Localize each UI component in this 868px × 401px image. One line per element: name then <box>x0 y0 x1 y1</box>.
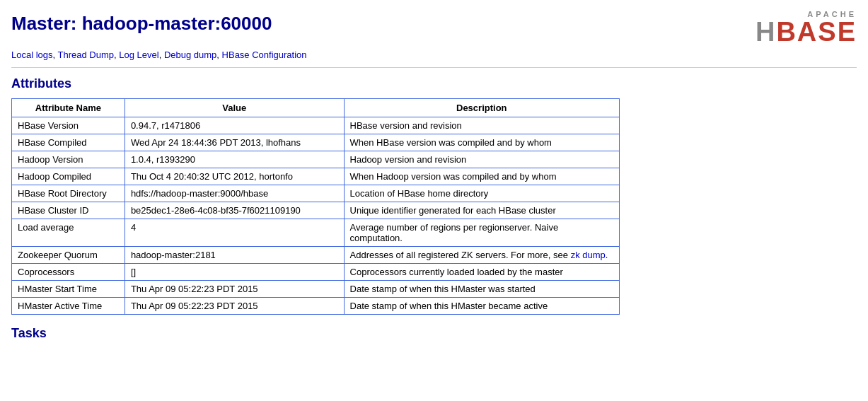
attr-description-cell: Average number of regions per regionserv… <box>344 219 619 247</box>
attr-description-cell: Date stamp of when this HMaster became a… <box>344 298 619 315</box>
attr-name-cell: Coprocessors <box>12 264 125 281</box>
table-row: Hadoop CompiledThu Oct 4 20:40:32 UTC 20… <box>12 168 620 185</box>
attr-description-cell: Location of HBase home directory <box>344 185 619 202</box>
attr-value-cell: Wed Apr 24 18:44:36 PDT 2013, lhofhans <box>125 134 344 151</box>
attr-name-cell: HBase Root Directory <box>12 185 125 202</box>
col-header-value: Value <box>125 99 344 117</box>
table-row: HBase Version0.94.7, r1471806HBase versi… <box>12 117 620 134</box>
attr-description-cell: Date stamp of when this HMaster was star… <box>344 281 619 298</box>
col-header-description: Description <box>344 99 619 117</box>
attr-name-cell: Zookeeper Quorum <box>12 247 125 264</box>
table-row: HBase Cluster IDbe25dec1-28e6-4c08-bf35-… <box>12 202 620 219</box>
attr-value-cell: hdfs://hadoop-master:9000/hbase <box>125 185 344 202</box>
header: Master: hadoop-master:60000 APACHE HBASE <box>11 7 857 45</box>
attr-name-cell: HBase Cluster ID <box>12 202 125 219</box>
attr-value-cell: be25dec1-28e6-4c08-bf35-7f6021109190 <box>125 202 344 219</box>
table-row: HBase Root Directoryhdfs://hadoop-master… <box>12 185 620 202</box>
table-row: Coprocessors[]Coprocessors currently loa… <box>12 264 620 281</box>
table-row: HBase CompiledWed Apr 24 18:44:36 PDT 20… <box>12 134 620 151</box>
local-logs-link[interactable]: Local logs <box>11 50 53 60</box>
attr-description-cell: Addresses of all registered ZK servers. … <box>344 247 619 264</box>
attr-value-cell: 0.94.7, r1471806 <box>125 117 344 134</box>
attr-value-cell: hadoop-master:2181 <box>125 247 344 264</box>
attributes-section-title: Attributes <box>11 76 857 91</box>
tasks-section-title: Tasks <box>11 326 857 341</box>
divider <box>11 67 857 68</box>
hbase-configuration-link[interactable]: HBase Configuration <box>222 50 307 60</box>
table-row: Zookeeper Quorumhadoop-master:2181Addres… <box>12 247 620 264</box>
attr-value-cell: Thu Apr 09 05:22:23 PDT 2015 <box>125 298 344 315</box>
page-title: Master: hadoop-master:60000 <box>11 13 272 35</box>
attr-value-cell: [] <box>125 264 344 281</box>
attr-name-cell: Hadoop Compiled <box>12 168 125 185</box>
attr-description-cell: HBase version and revision <box>344 117 619 134</box>
attr-description-cell: Hadoop version and revision <box>344 151 619 168</box>
hbase-h-letter: H <box>756 17 776 47</box>
table-row: Hadoop Version1.0.4, r1393290Hadoop vers… <box>12 151 620 168</box>
nav-links: Local logs, Thread Dump, Log Level, Debu… <box>11 50 857 60</box>
attr-name-cell: Hadoop Version <box>12 151 125 168</box>
logo-container: APACHE HBASE <box>756 10 857 45</box>
attr-name-cell: HBase Compiled <box>12 134 125 151</box>
attr-description-cell: Coprocessors currently loaded loaded by … <box>344 264 619 281</box>
debug-dump-link[interactable]: Debug dump <box>164 50 216 60</box>
attr-name-cell: Load average <box>12 219 125 247</box>
log-level-link[interactable]: Log Level <box>119 50 158 60</box>
attr-value-cell: Thu Oct 4 20:40:32 UTC 2012, hortonfo <box>125 168 344 185</box>
attr-value-cell: 4 <box>125 219 344 247</box>
table-row: HMaster Active TimeThu Apr 09 05:22:23 P… <box>12 298 620 315</box>
attr-value-cell: Thu Apr 09 05:22:23 PDT 2015 <box>125 281 344 298</box>
attr-name-cell: HMaster Start Time <box>12 281 125 298</box>
attr-name-cell: HMaster Active Time <box>12 298 125 315</box>
table-header-row: Attribute Name Value Description <box>12 99 620 117</box>
attr-description-cell: Unique identifier generated for each HBa… <box>344 202 619 219</box>
attributes-table: Attribute Name Value Description HBase V… <box>11 98 620 315</box>
table-row: Load average4Average number of regions p… <box>12 219 620 247</box>
zk-dump-link[interactable]: zk dump. <box>571 250 608 260</box>
thread-dump-link[interactable]: Thread Dump <box>58 50 114 60</box>
attr-description-cell: When HBase version was compiled and by w… <box>344 134 619 151</box>
col-header-attribute-name: Attribute Name <box>12 99 125 117</box>
table-row: HMaster Start TimeThu Apr 09 05:22:23 PD… <box>12 281 620 298</box>
attr-description-cell: When Hadoop version was compiled and by … <box>344 168 619 185</box>
hbase-logo-text: HBASE <box>756 18 857 45</box>
hbase-rest: BASE <box>776 17 857 47</box>
attr-value-cell: 1.0.4, r1393290 <box>125 151 344 168</box>
attr-name-cell: HBase Version <box>12 117 125 134</box>
